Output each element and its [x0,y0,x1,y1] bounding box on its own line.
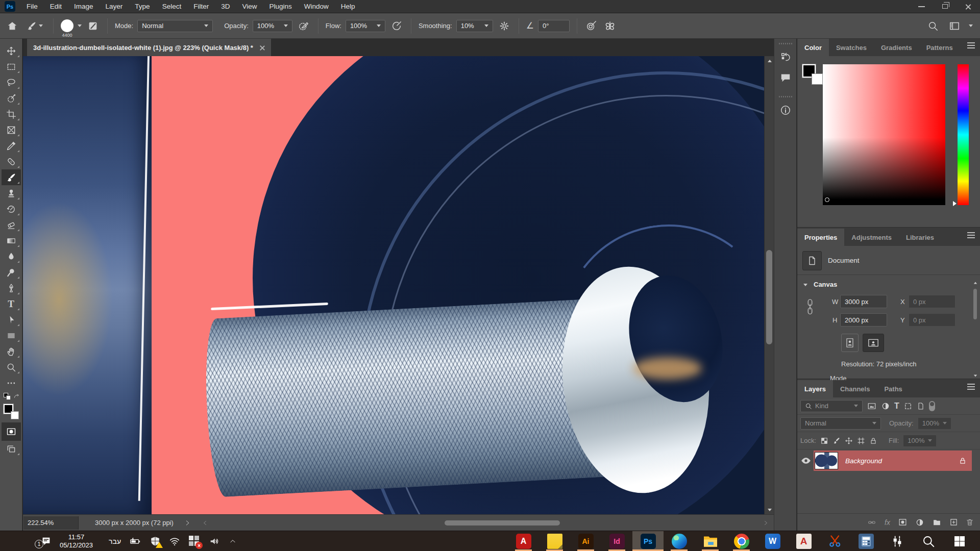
filter-kind-select[interactable]: Kind [800,400,863,412]
rectangle-tool[interactable] [2,328,21,343]
search-button[interactable] [926,19,940,33]
menu-filter[interactable]: Filter [187,0,215,13]
brush-size-preview[interactable]: 4400 [61,19,74,38]
path-selection-tool[interactable] [2,312,21,328]
security-shield-button[interactable] [150,536,161,547]
smoothing-options-button[interactable] [497,19,511,33]
filter-type-icon[interactable]: T [894,402,899,411]
background-color-swatch[interactable] [11,411,19,419]
move-tool[interactable] [2,43,21,59]
toggle-brush-settings-button[interactable] [86,19,100,33]
battery-icon[interactable] [129,536,142,546]
canvas-height-input[interactable]: 2000 px [840,313,887,327]
tab-adjustments[interactable]: Adjustments [844,229,899,246]
taskbar-app-file-explorer[interactable] [695,531,726,551]
lasso-tool[interactable] [2,74,21,90]
taskbar-task-view-button[interactable] [881,531,913,551]
menu-layer[interactable]: Layer [100,0,129,13]
default-swap-colors[interactable] [4,393,19,401]
horizontal-scroll-thumb[interactable] [445,520,560,525]
menu-edit[interactable]: Edit [44,0,68,13]
panel-menu-icon[interactable] [967,386,975,387]
color-picker-cursor[interactable] [825,197,829,202]
scroll-thumb[interactable] [973,289,977,319]
taskbar-app-sticky-notes[interactable] [539,531,570,551]
taskbar-app-chrome[interactable] [726,531,757,551]
pen-tool[interactable] [2,280,21,296]
add-layer-mask-icon[interactable] [898,518,908,527]
scroll-left-arrow[interactable] [202,520,208,526]
workspace-switcher-button[interactable] [947,19,962,33]
layer-thumbnail[interactable] [815,452,838,469]
filter-shape-icon[interactable] [903,402,913,411]
scroll-up-arrow[interactable] [974,282,977,284]
layer-name[interactable]: Background [845,457,882,465]
tab-channels[interactable]: Channels [833,380,877,397]
saturation-brightness-field[interactable] [823,64,945,205]
windows-update-status-button[interactable]: × [188,535,201,547]
filter-smart-object-icon[interactable] [917,402,925,411]
taskbar-app-illustrator[interactable]: Ai [570,531,601,551]
link-dimensions-icon[interactable] [805,297,815,317]
menu-type[interactable]: Type [129,0,156,13]
canvas-y-input[interactable]: 0 px [909,313,955,327]
hue-slider-marker[interactable] [953,201,957,206]
brush-preset-picker[interactable] [23,19,46,33]
background-color-swatch[interactable] [812,73,823,85]
hand-tool[interactable] [2,343,21,359]
opacity-input[interactable]: 100% [253,20,292,32]
orientation-landscape-button[interactable] [863,334,884,352]
taskbar-app-photoshop[interactable]: Ps [632,531,664,551]
pressure-size-button[interactable] [584,19,599,33]
canvas[interactable] [23,56,764,514]
dodge-tool[interactable] [2,264,21,280]
zoom-level-field[interactable]: 222.54% [23,516,79,530]
orientation-portrait-button[interactable] [841,334,859,352]
status-flyout-arrow-icon[interactable] [184,519,191,527]
panel-menu-icon[interactable] [967,45,975,46]
chevron-down-icon[interactable] [803,284,807,286]
canvas-width-input[interactable]: 3000 px [840,295,887,308]
paint-symmetry-button[interactable] [603,19,617,33]
layer-style-fx-icon[interactable]: fx [885,518,890,527]
new-adjustment-layer-icon[interactable] [915,518,924,527]
canvas-x-input[interactable]: 0 px [909,295,955,308]
chevron-down-icon[interactable] [969,24,973,27]
layer-fill-input[interactable]: 100% [903,435,937,447]
tab-gradients[interactable]: Gradients [874,39,919,56]
crop-tool[interactable] [2,106,21,122]
menu-window[interactable]: Window [298,0,335,13]
restore-button[interactable] [933,0,957,13]
tab-patterns[interactable]: Patterns [919,39,960,56]
tab-paths[interactable]: Paths [877,380,909,397]
hue-slider[interactable] [958,64,969,205]
panel-fg-bg-swatches[interactable] [802,64,823,85]
menu-view[interactable]: View [236,0,263,13]
new-group-folder-icon[interactable] [932,518,942,527]
scroll-down-arrow[interactable] [974,375,977,377]
menu-select[interactable]: Select [156,0,188,13]
tab-layers[interactable]: Layers [797,380,833,397]
brush-tool[interactable] [2,169,21,185]
menu-help[interactable]: Help [335,0,361,13]
history-panel-button[interactable] [778,50,793,64]
airbrush-button[interactable] [389,19,404,33]
chevron-down-icon[interactable] [78,24,82,27]
foreground-background-swatches[interactable] [4,404,19,419]
hidden-icons-chevron[interactable] [228,538,237,545]
taskbar-app-autocad[interactable]: A [788,531,819,551]
scroll-up-arrow[interactable] [765,56,774,65]
object-selection-tool[interactable] [2,90,21,106]
home-button[interactable] [5,19,19,33]
filter-image-icon[interactable] [867,402,877,411]
taskbar-app-acrobat[interactable]: A [508,531,539,551]
new-layer-icon[interactable] [949,518,958,527]
document-tab[interactable]: 3d-illustration-dumbell-isolated-white (… [27,39,271,56]
layer-row-background[interactable]: Background [797,449,980,472]
layer-opacity-input[interactable]: 100% [918,417,951,430]
spot-healing-brush-tool[interactable] [2,154,21,169]
eyedropper-tool[interactable] [2,138,21,154]
blend-mode-select[interactable]: Normal [137,20,213,32]
edit-toolbar-button[interactable] [2,375,21,391]
layer-blend-mode-select[interactable]: Normal [800,417,881,430]
